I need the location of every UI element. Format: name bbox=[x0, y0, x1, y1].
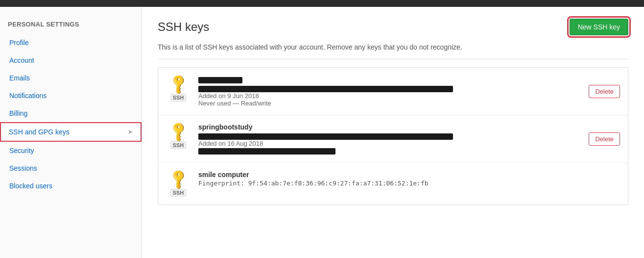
sidebar-item-account[interactable]: Account bbox=[0, 52, 142, 69]
table-row: 🔑 SSH Added on 9 Jun 2018 Never used — R… bbox=[158, 68, 628, 115]
page-title: SSH keys bbox=[158, 20, 209, 34]
sidebar: Personal settings Profile Account Emails… bbox=[0, 7, 142, 258]
key-icon-3: 🔑 bbox=[167, 167, 190, 191]
key-title-1 bbox=[198, 76, 581, 83]
table-row: 🔑 SSH smile computer Fingerprint: 9f:54:… bbox=[158, 163, 628, 205]
key-usage-2 bbox=[198, 147, 581, 155]
description-text: This is a list of SSH keys associated wi… bbox=[158, 43, 628, 59]
key-usage-redacted-2 bbox=[198, 148, 335, 155]
layout: Personal settings Profile Account Emails… bbox=[0, 7, 644, 258]
key-added-date-1: Added on 9 Jun 2018 bbox=[198, 92, 581, 100]
sidebar-item-emails[interactable]: Emails bbox=[0, 69, 142, 87]
key-title-redacted-1 bbox=[198, 77, 242, 83]
sidebar-title: Personal settings bbox=[0, 17, 142, 34]
sidebar-item-sessions[interactable]: Sessions bbox=[0, 159, 142, 177]
delete-button-1[interactable]: Delete bbox=[589, 85, 620, 98]
top-bar bbox=[0, 0, 644, 7]
sidebar-item-profile[interactable]: Profile bbox=[0, 34, 142, 52]
sidebar-item-notifications[interactable]: Notifications bbox=[0, 87, 142, 104]
sidebar-item-ssh-gpg-keys[interactable]: SSH and GPG keys ➤ bbox=[0, 122, 142, 142]
key-fingerprint-redacted-2 bbox=[198, 133, 453, 140]
key-info-1: Added on 9 Jun 2018 Never used — Read/wr… bbox=[198, 76, 581, 107]
key-icon-area-3: 🔑 SSH bbox=[166, 171, 191, 197]
new-ssh-key-button[interactable]: New SSH key bbox=[570, 19, 628, 35]
table-row: 🔑 SSH springbootstudy Added on 16 Aug 20… bbox=[158, 115, 628, 163]
key-info-2: springbootstudy Added on 16 Aug 2018 bbox=[198, 123, 581, 155]
chevron-right-icon: ➤ bbox=[128, 129, 133, 135]
key-fingerprint-redacted-1 bbox=[198, 86, 453, 92]
key-icon-1: 🔑 bbox=[167, 72, 190, 95]
key-info-3: smile computer Fingerprint: 9f:54:ab:7e:… bbox=[198, 171, 620, 187]
key-title-3: smile computer bbox=[198, 171, 620, 179]
sidebar-item-billing[interactable]: Billing bbox=[0, 104, 142, 122]
key-fingerprint-3: Fingerprint: 9f:54:ab:7e:f0:36:96:c9:27:… bbox=[198, 180, 620, 187]
key-icon-area-1: 🔑 SSH bbox=[166, 76, 191, 102]
key-fingerprint-2 bbox=[198, 132, 581, 140]
main-content: SSH keys New SSH key This is a list of S… bbox=[142, 7, 644, 258]
ssh-keys-list: 🔑 SSH Added on 9 Jun 2018 Never used — R… bbox=[158, 67, 628, 205]
sidebar-item-blocked-users[interactable]: Blocked users bbox=[0, 177, 142, 195]
key-icon-2: 🔑 bbox=[167, 119, 190, 143]
delete-button-2[interactable]: Delete bbox=[589, 132, 620, 146]
key-title-2: springbootstudy bbox=[198, 123, 581, 131]
fingerprint-value: 9f:54:ab:7e:f0:36:96:c9:27:fa:a7:31:06:5… bbox=[248, 180, 429, 187]
page-header: SSH keys New SSH key bbox=[158, 19, 628, 35]
key-added-date-2: Added on 16 Aug 2018 bbox=[198, 140, 581, 147]
key-icon-area-2: 🔑 SSH bbox=[166, 123, 191, 149]
sidebar-item-security[interactable]: Security bbox=[0, 142, 142, 159]
key-usage-1: Never used — Read/write bbox=[198, 100, 581, 107]
fingerprint-label: Fingerprint: bbox=[198, 180, 244, 187]
key-fingerprint-1 bbox=[198, 84, 581, 92]
